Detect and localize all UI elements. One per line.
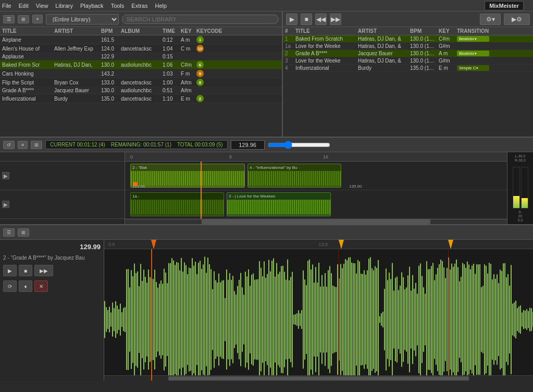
timeline-grid-button[interactable]: ⊞: [31, 141, 42, 149]
cell-artist: Hatiras, DJ Dan,: [52, 62, 99, 68]
transport-forward-button[interactable]: ▶▶: [34, 265, 53, 276]
list-view-button[interactable]: ☰: [3, 15, 15, 23]
timeline-scrollbar-thumb: [202, 219, 431, 224]
track-block-4[interactable]: 4 - "Influenzational" by Bu: [247, 164, 341, 188]
track2-bpm: 135.00: [349, 184, 362, 189]
pl-cell-key: G#m: [437, 58, 455, 64]
playlist-settings-button[interactable]: ⚙▾: [480, 14, 501, 25]
playlist-stop-button[interactable]: ■: [301, 14, 312, 25]
cell-keycode: 10: [194, 45, 210, 52]
cell-title: Baked From Scr: [0, 62, 52, 68]
timeline-view-button[interactable]: ↺: [3, 141, 15, 149]
remaining-value: 00:01:57 (1): [143, 142, 171, 148]
menu-library[interactable]: Library: [55, 3, 73, 9]
pl-cell-bpm: 130.0 (100.: [408, 51, 437, 56]
cell-title: Influenzational: [0, 96, 52, 102]
total-value: 00:03:09 (5): [195, 142, 223, 148]
waveform-ruler-mid: 13:0: [319, 242, 328, 247]
search-input[interactable]: [122, 15, 279, 24]
cell-bpm: 130.0: [99, 88, 119, 93]
timeline-track-labels: ▶ ▶: [0, 152, 125, 224]
library-table-header: TITLE ARTIST BPM ALBUM TIME KEY KEYCODE: [0, 27, 282, 35]
cell-title: Flip the Script: [0, 80, 52, 85]
transport-stop-button[interactable]: ■: [19, 265, 32, 276]
timeline-list-button[interactable]: ≡: [18, 141, 28, 149]
cell-album: audiolunchbc: [119, 88, 160, 93]
playlist-panel: ▶ ■ ◀◀ ▶▶ ⚙▾ ▶⚙ # TITLE ARTIST BPM KEY T…: [283, 11, 533, 137]
app-logo: MixMeister: [485, 1, 524, 10]
menu-view[interactable]: View: [36, 3, 48, 9]
track1-expand-button[interactable]: ▶: [2, 172, 9, 179]
top-section: ☰ ⊞ + (Entire Library) TITLE ARTIST BPM …: [0, 11, 533, 137]
track-block-1a-label: 1a -: [131, 193, 224, 200]
playlist-row[interactable]: 1 Baked From Scratch Hatiras, DJ Dan, & …: [283, 35, 533, 43]
playlist-forward-button[interactable]: ▶▶: [330, 14, 341, 25]
playlist-extra-button[interactable]: ▶⚙: [504, 14, 530, 25]
library-filter-dropdown[interactable]: (Entire Library): [46, 14, 119, 24]
add-track-button[interactable]: +: [32, 15, 43, 23]
menu-edit[interactable]: Edit: [19, 3, 29, 9]
track-block-2[interactable]: 2 - "Bak: [130, 164, 245, 188]
cell-artist: Allen Jeffrey Exp: [52, 46, 99, 52]
timeline-scrollbar[interactable]: [125, 219, 507, 224]
menu-playback[interactable]: Playback: [80, 3, 104, 9]
library-row[interactable]: Applause 122.9 0:15: [0, 53, 282, 60]
pl-cell-bpm: 130.0 (100.: [408, 43, 437, 49]
cell-artist: Bryan Cox: [52, 80, 99, 85]
pl-cell-artist: Burdy: [356, 65, 408, 71]
library-row[interactable]: Influenzational Burdy 135.0 dancetracksc…: [0, 94, 282, 103]
ruler-mark-8: 8: [229, 154, 232, 160]
cell-key: F m: [179, 71, 194, 77]
menu-tools[interactable]: Tools: [111, 3, 125, 9]
cell-bpm: 133.0: [99, 80, 119, 85]
pl-cell-artist: Hatiras, DJ Dan, &: [356, 43, 408, 49]
cell-bpm: 122.9: [99, 54, 119, 59]
library-row[interactable]: Flip the Script Bryan Cox 133.0 dancetra…: [0, 78, 282, 87]
track2-expand-button[interactable]: ▶: [2, 201, 9, 208]
pl-cell-artist: Jacquez Bauer: [356, 51, 408, 56]
timeline-zoom-slider[interactable]: [268, 141, 330, 149]
track-block-3[interactable]: 3 - | Love for the Weeken: [227, 192, 331, 216]
playlist-play-button[interactable]: ▶: [286, 14, 298, 25]
waveform-canvas[interactable]: [104, 249, 533, 381]
bottom-list-button[interactable]: ☰: [3, 228, 15, 237]
cell-keycode: 6: [194, 61, 210, 68]
playlist-row[interactable]: 2 Grade A B**** Jacquez Bauer 130.0 (100…: [283, 50, 533, 57]
playlist-rewind-button[interactable]: ◀◀: [315, 14, 327, 25]
cell-time: 0:51: [160, 88, 179, 93]
menu-extras[interactable]: Extras: [131, 3, 147, 9]
menu-help[interactable]: Help: [155, 3, 167, 9]
pl-cell-key: C#m: [437, 36, 455, 42]
playlist-row[interactable]: 4 Influenzational Burdy 135.0 (100. E m …: [283, 65, 533, 72]
transport-play-button[interactable]: ▶: [3, 265, 17, 276]
library-row[interactable]: Baked From Scr Hatiras, DJ Dan, 130.0 au…: [0, 60, 282, 69]
library-row[interactable]: Grade A B**** Jacquez Bauer 130.0 audiol…: [0, 87, 282, 94]
pl-cell-title: Influenzational: [293, 65, 356, 71]
bpm-input[interactable]: [231, 140, 265, 150]
bottom-track-name: 2 - "Grade A B****" by Jacquez Bau: [3, 255, 101, 261]
library-row[interactable]: Allen's House of Allen Jeffrey Exp 124.0…: [0, 44, 282, 53]
playlist-row[interactable]: 1a Love for the Weeke Hatiras, DJ Dan, &…: [283, 43, 533, 50]
library-row[interactable]: Airplane 161.5 0:12 A m 1: [0, 35, 282, 44]
bottom-view-button[interactable]: ⊞: [18, 228, 29, 237]
library-row[interactable]: Cars Honking 143.2 1:03 F m 9: [0, 69, 282, 78]
waveform-scrollbar[interactable]: [104, 375, 533, 381]
cell-bpm: 135.0: [99, 96, 119, 102]
playhead: [201, 162, 202, 219]
cell-album: dancetracksc: [119, 80, 160, 85]
meter-l-bar: [513, 167, 520, 209]
transport-loop-button[interactable]: ⟳: [3, 280, 17, 292]
cell-keycode: 1: [194, 36, 210, 43]
pl-header-artist: ARTIST: [356, 28, 408, 34]
transport-close-button[interactable]: ✕: [34, 280, 48, 292]
meter-r-label: R-36.0: [515, 158, 526, 162]
ruler-mark-0: 0: [130, 154, 133, 160]
cell-time: 1:03: [160, 71, 179, 77]
transport-cue-button[interactable]: ♦: [19, 280, 32, 292]
track-block-1a[interactable]: 1a -: [130, 192, 224, 216]
menu-file[interactable]: File: [2, 3, 11, 9]
grid-view-button[interactable]: ⊞: [18, 15, 29, 23]
cell-key: A#m: [179, 88, 194, 93]
playlist-table: # TITLE ARTIST BPM KEY TRANSITION 1 Bake…: [283, 27, 533, 137]
playlist-row[interactable]: 3 Love for the Weeke Hatiras, DJ Dan, & …: [283, 57, 533, 65]
